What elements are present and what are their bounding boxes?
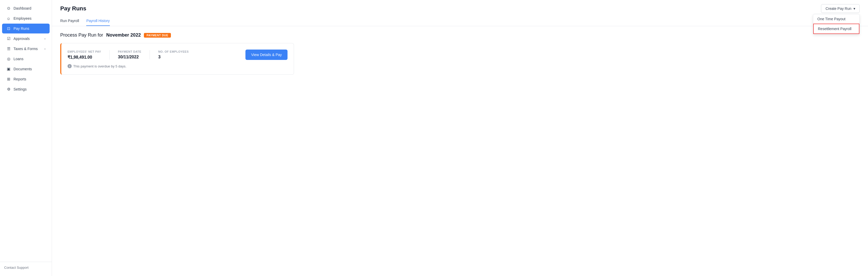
payment-date-value: 30/11/2022 [118,55,141,59]
sidebar-item-settings[interactable]: ⚙ Settings [2,84,50,94]
create-pay-run-button[interactable]: Create Pay Run ▾ [821,4,860,13]
settings-icon: ⚙ [6,87,11,92]
create-pay-run-label: Create Pay Run [826,6,851,11]
sidebar-item-pay-runs[interactable]: ⊡ Pay Runs [2,24,50,33]
sidebar-bottom: Contact Support [0,262,52,273]
sidebar-item-label-documents: Documents [13,67,32,71]
sidebar-item-label-dashboard: Dashboard [13,6,31,10]
sidebar-item-documents[interactable]: ▣ Documents [2,64,50,74]
reports-icon: ⊞ [6,77,11,81]
process-title-prefix: Process Pay Run for [60,32,103,38]
tabs: Run PayrollPayroll History [52,16,868,26]
sidebar-item-label-taxes-forms: Taxes & Forms [13,47,38,51]
main-content: Pay Runs Create Pay Run ▾ One Time Payou… [52,0,868,276]
sidebar-item-label-approvals: Approvals [13,37,30,41]
num-employees-value: 3 [158,55,189,59]
sidebar: ⊙ Dashboard ☺ Employees ⊡ Pay Runs ☑ App… [0,0,52,276]
num-employees-label: NO. OF EMPLOYEES [158,50,189,53]
card-info: EMPLOYEES' NET PAY ₹1,98,491.00 PAYMENT … [67,49,287,60]
info-icon: i [67,64,72,68]
header: Pay Runs Create Pay Run ▾ One Time Payou… [52,0,868,13]
create-pay-run-wrapper: Create Pay Run ▾ One Time PayoutResettle… [821,4,860,13]
pay-runs-icon: ⊡ [6,26,11,31]
sidebar-item-label-pay-runs: Pay Runs [13,27,29,31]
num-employees-block: NO. OF EMPLOYEES 3 [158,50,197,59]
payment-date-block: PAYMENT DATE 30/11/2022 [118,50,150,59]
contact-support-link[interactable]: Contact Support [4,266,29,270]
chevron-icon-approvals: › [44,37,45,40]
content-area: Process Pay Run for November 2022 PAYMEN… [52,26,868,276]
sidebar-item-reports[interactable]: ⊞ Reports [2,74,50,84]
sidebar-item-loans[interactable]: ◎ Loans [2,54,50,64]
documents-icon: ▣ [6,67,11,71]
chevron-icon-taxes-forms: › [44,47,45,50]
tab-run-payroll[interactable]: Run Payroll [60,16,79,26]
employees-icon: ☺ [6,16,11,21]
net-pay-block: EMPLOYEES' NET PAY ₹1,98,491.00 [67,50,110,60]
sidebar-item-dashboard[interactable]: ⊙ Dashboard [2,3,50,13]
page-title: Pay Runs [60,5,86,12]
dashboard-icon: ⊙ [6,6,11,11]
payment-due-badge: PAYMENT DUE [144,33,171,38]
dropdown-item-one-time-payout[interactable]: One Time Payout [813,14,860,24]
payment-date-label: PAYMENT DATE [118,50,141,53]
dropdown-item-resettlement-payroll[interactable]: Resettlement Payroll [813,24,860,34]
create-pay-run-chevron: ▾ [854,6,855,11]
sidebar-item-label-settings: Settings [13,87,27,91]
process-title-bold: November 2022 [106,32,141,38]
overdue-note-text: This payment is overdue by 5 days. [73,64,126,68]
payrun-card: EMPLOYEES' NET PAY ₹1,98,491.00 PAYMENT … [60,43,294,75]
net-pay-label: EMPLOYEES' NET PAY [67,50,101,53]
sidebar-item-label-employees: Employees [13,16,31,21]
approvals-icon: ☑ [6,36,11,41]
view-details-pay-button[interactable]: View Details & Pay [245,49,287,60]
sidebar-item-taxes-forms[interactable]: ☰ Taxes & Forms › [2,44,50,54]
net-pay-value: ₹1,98,491.00 [67,55,101,60]
tab-payroll-history[interactable]: Payroll History [86,16,110,26]
sidebar-item-label-loans: Loans [13,57,23,61]
create-pay-run-dropdown: One Time PayoutResettlement Payroll [813,14,860,34]
overdue-note: i This payment is overdue by 5 days. [67,64,287,68]
sidebar-item-employees[interactable]: ☺ Employees [2,13,50,23]
sidebar-item-label-reports: Reports [13,77,26,81]
loans-icon: ◎ [6,57,11,61]
process-title: Process Pay Run for November 2022 PAYMEN… [60,32,860,38]
taxes-forms-icon: ☰ [6,46,11,51]
sidebar-item-approvals[interactable]: ☑ Approvals › [2,34,50,43]
